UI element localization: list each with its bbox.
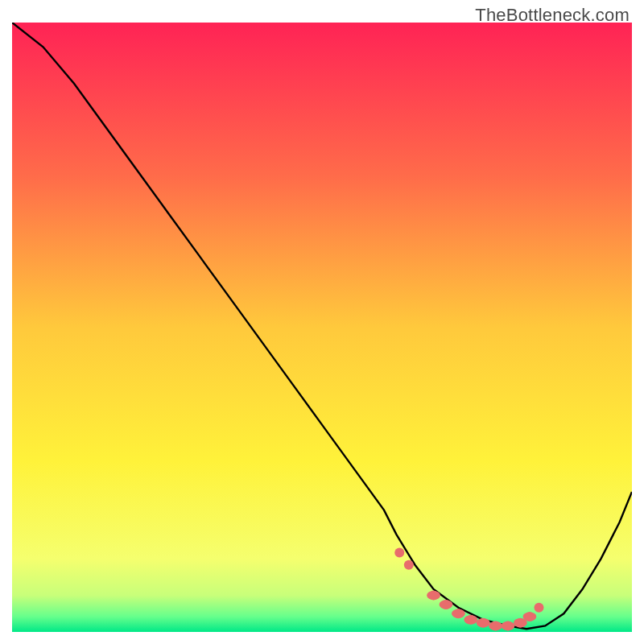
- marker-point: [525, 612, 535, 621]
- gradient-background: [12, 23, 632, 632]
- marker-point: [478, 618, 488, 628]
- marker-point: [491, 621, 501, 630]
- chart-container: TheBottleneck.com: [0, 0, 644, 644]
- plot-area: [12, 23, 632, 632]
- marker-point: [441, 600, 451, 609]
- marker-point: [466, 615, 476, 625]
- marker-point: [404, 560, 414, 570]
- marker-point: [535, 603, 544, 613]
- marker-point: [453, 609, 463, 618]
- marker-point: [503, 621, 513, 630]
- bottleneck-curve-chart: [12, 23, 632, 632]
- marker-point: [394, 548, 404, 558]
- marker-point: [429, 591, 439, 601]
- marker-point: [515, 618, 525, 628]
